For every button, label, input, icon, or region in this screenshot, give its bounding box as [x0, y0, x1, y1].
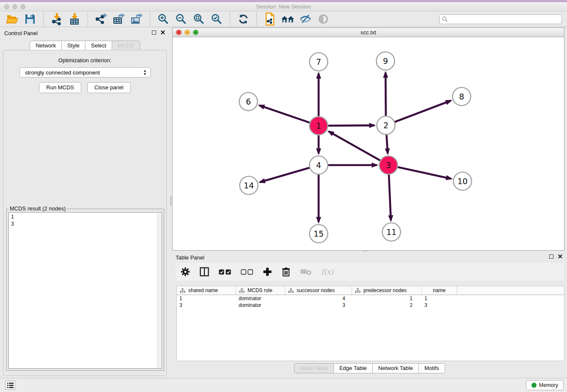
- zoom-in-icon[interactable]: [156, 12, 171, 26]
- application-window: Session: New Session: [0, 0, 567, 392]
- mcds-result-line: 1: [11, 213, 162, 221]
- table-header-row: shared name MCDS role successor nodes pr…: [177, 286, 564, 295]
- zoom-out-icon[interactable]: [173, 12, 189, 26]
- zoom-fit-icon[interactable]: [191, 12, 206, 26]
- network-graph[interactable]: 7968124314101511: [173, 37, 564, 250]
- graph-edge-1-6[interactable]: [259, 105, 310, 123]
- table-cell: dominator: [236, 295, 285, 302]
- toolbar-separator: [256, 12, 257, 26]
- network-view-frame: × − + scc.txt 7968124314101511: [172, 28, 564, 251]
- import-table-icon[interactable]: [67, 12, 82, 26]
- tab-edge-table[interactable]: Edge Table: [334, 363, 373, 373]
- hide-selected-icon[interactable]: [298, 12, 313, 26]
- node-table-body: 1dominator4113dominator323: [177, 295, 564, 309]
- refresh-view-icon[interactable]: [236, 12, 251, 26]
- delete-column-icon[interactable]: [281, 267, 291, 277]
- graph-edge-3-1[interactable]: [329, 132, 380, 160]
- node-table: shared name MCDS role successor nodes pr…: [176, 286, 564, 361]
- float-table-panel-icon[interactable]: [549, 254, 553, 259]
- mcds-result-lines[interactable]: 13: [8, 212, 162, 369]
- control-panel-title: Control Panel: [4, 30, 38, 36]
- graph-node-label: 10: [457, 177, 468, 186]
- table-row[interactable]: 1dominator411: [177, 295, 564, 302]
- toolbar-separator: [230, 12, 230, 26]
- graph-edge-2-3[interactable]: [386, 135, 388, 153]
- table-panel: Table Panel ✕: [172, 252, 567, 377]
- table-panel-header: Table Panel ✕: [172, 254, 567, 262]
- window-title: Session: New Session: [0, 3, 567, 10]
- unselect-all-columns-icon[interactable]: [241, 269, 253, 275]
- table-settings-icon[interactable]: [181, 267, 190, 276]
- close-panel-icon[interactable]: ✕: [160, 30, 165, 35]
- tab-network[interactable]: Network: [30, 41, 62, 51]
- control-panel-header: Control Panel ✕: [0, 30, 170, 38]
- graph-node-label: 7: [316, 57, 321, 66]
- column-header-shared-name[interactable]: shared name: [177, 286, 236, 295]
- graph-edge-1-2[interactable]: [328, 125, 374, 126]
- criterion-dropdown[interactable]: strongly connected component ▲▼: [19, 67, 151, 77]
- graph-edge-3-10[interactable]: [398, 167, 451, 179]
- show-all-networks-icon[interactable]: [280, 12, 295, 26]
- split-table-icon[interactable]: [199, 267, 209, 277]
- column-header-predecessor-nodes[interactable]: predecessor nodes: [352, 286, 422, 295]
- table-row[interactable]: 3dominator323: [177, 302, 564, 309]
- search-field-wrap: [439, 14, 562, 24]
- result-scrollbar[interactable]: [157, 213, 162, 368]
- graph-edge-3-11[interactable]: [389, 174, 391, 220]
- tab-motifs[interactable]: Motifs: [419, 363, 445, 373]
- task-history-button[interactable]: [5, 381, 15, 390]
- main-toolbar: [0, 11, 567, 27]
- graph-node-label: 15: [314, 229, 324, 238]
- graph-node-label: 1: [316, 121, 321, 130]
- run-mcds-button[interactable]: Run MCDS: [39, 82, 81, 93]
- graph-edge-4-14[interactable]: [260, 168, 309, 182]
- import-network-icon[interactable]: [49, 12, 64, 26]
- table-panel-tabs: Node Table Edge Table Network Table Moti…: [172, 363, 567, 373]
- tab-node-table[interactable]: Node Table: [294, 363, 334, 373]
- graph-edge-2-8[interactable]: [395, 101, 451, 122]
- memory-status-dot: [531, 383, 537, 388]
- export-table-icon[interactable]: [111, 12, 127, 26]
- column-header-successor-nodes[interactable]: successor nodes: [285, 286, 352, 295]
- open-session-icon[interactable]: [5, 12, 20, 26]
- network-frame-titlebar[interactable]: × − + scc.txt: [173, 28, 564, 37]
- table-panel-title: Table Panel: [176, 254, 204, 261]
- tree-icon: [355, 288, 361, 293]
- app-titlebar[interactable]: Session: New Session: [0, 2, 567, 11]
- close-table-panel-icon[interactable]: ✕: [557, 254, 563, 259]
- splitter-grip[interactable]: [170, 196, 172, 206]
- add-column-icon[interactable]: [263, 267, 272, 276]
- graph-node-label: 8: [459, 92, 464, 101]
- select-all-columns-icon[interactable]: [219, 269, 231, 275]
- table-cell: 1: [422, 295, 457, 302]
- graph-node-label: 11: [386, 227, 396, 237]
- memory-button[interactable]: Memory: [526, 380, 564, 390]
- control-panel: Control Panel ✕ Network Style Select MCD…: [0, 27, 170, 378]
- tab-mcds[interactable]: MCDS: [112, 41, 140, 51]
- zoom-selected-icon[interactable]: [209, 12, 224, 26]
- export-image-icon[interactable]: [129, 12, 144, 26]
- toolbar-separator: [150, 12, 150, 26]
- search-input[interactable]: [439, 14, 562, 24]
- table-cell: 4: [285, 295, 352, 302]
- status-bar: Memory: [0, 378, 567, 392]
- search-icon: [442, 16, 448, 22]
- edge-layer: [259, 72, 451, 222]
- network-frame-title: scc.txt: [173, 29, 564, 36]
- table-cell: 3: [422, 302, 457, 309]
- export-network-icon[interactable]: [94, 12, 109, 26]
- toolbar-separator: [88, 12, 88, 26]
- tab-network-table[interactable]: Network Table: [373, 363, 419, 373]
- close-panel-button[interactable]: Close panel: [87, 82, 131, 93]
- float-panel-icon[interactable]: [152, 30, 156, 35]
- column-header-name[interactable]: name: [422, 286, 457, 295]
- tab-select[interactable]: Select: [85, 41, 112, 51]
- column-header-mcds-role[interactable]: MCDS role: [236, 286, 285, 295]
- tree-icon: [180, 288, 185, 293]
- tab-style[interactable]: Style: [62, 41, 85, 51]
- graph-edge-2-9[interactable]: [385, 72, 386, 116]
- network-from-file-icon[interactable]: [262, 12, 278, 26]
- graph-node-label: 6: [246, 97, 251, 106]
- save-session-icon[interactable]: [22, 12, 38, 26]
- graph-node-label: 14: [244, 181, 254, 190]
